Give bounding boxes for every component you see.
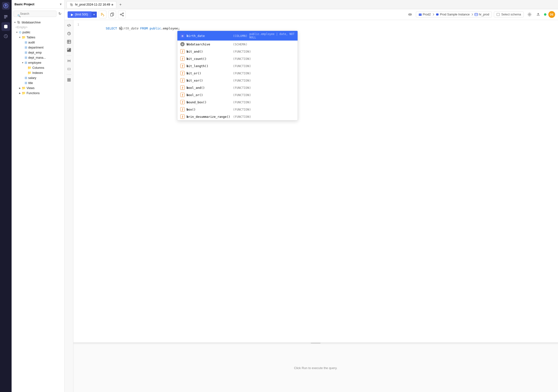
svg-rect-8 [101, 15, 102, 16]
tree-label-dept-emp: dept_emp [28, 51, 62, 54]
left-panel-divider-2 [67, 74, 71, 75]
editor-container: 1 SELECT birth_date FROM public.employee… [65, 20, 558, 392]
left-panel-cursor-icon[interactable] [66, 77, 72, 83]
nav-history[interactable] [1, 32, 10, 41]
left-panel-code-icon[interactable] [66, 22, 72, 29]
tree-item-public[interactable]: ⊙ public [12, 30, 64, 35]
run-button-main[interactable]: ▶ (limit 500) [68, 11, 91, 18]
refresh-icon[interactable]: ↻ [57, 11, 62, 17]
ac-item-bit-length[interactable]: ƒ bit_length() (FUNCTION) [177, 62, 297, 70]
user-avatar[interactable]: DE [548, 11, 555, 18]
svg-rect-22 [497, 13, 500, 16]
format-sql-button[interactable] [99, 11, 106, 18]
tree-label-tables: Tables [26, 36, 62, 39]
search-icon: 🔍 [17, 14, 21, 17]
run-button-dropdown[interactable]: ▾ [91, 12, 97, 18]
svg-rect-26 [67, 40, 71, 44]
tree-item-tables[interactable]: 📁 Tables [12, 35, 64, 40]
tree-label-dept-mana: dept_mana... [28, 56, 62, 59]
svg-point-17 [410, 14, 411, 15]
settings-button[interactable] [526, 11, 533, 18]
nav-database[interactable] [1, 22, 10, 31]
ac-item-bool-and[interactable]: ƒ bool_and() (FUNCTION) [177, 84, 297, 91]
svg-rect-18 [419, 14, 422, 16]
arrow-dept-mana [21, 56, 24, 59]
tree-item-salary[interactable]: ⊞ salary [12, 75, 64, 80]
tree-label-public: public [22, 31, 62, 34]
ac-type-bit-length: (FUNCTION) [233, 64, 251, 68]
new-tab-button[interactable]: + [117, 1, 123, 8]
project-selector[interactable]: Basic Project ▾ [15, 2, 61, 6]
ac-icon-func-bit-xor: ƒ [180, 78, 185, 83]
run-button-group[interactable]: ▶ (limit 500) ▾ [68, 11, 97, 18]
tree-item-functions[interactable]: 📁 Functions [12, 90, 64, 96]
left-panel-paren-icon[interactable] [66, 66, 72, 72]
app-logo[interactable] [2, 2, 10, 10]
icon-bar [0, 0, 12, 392]
ac-item-bool-or[interactable]: ƒ bool_or() (FUNCTION) [177, 91, 297, 98]
copy-button[interactable] [108, 11, 116, 18]
ac-item-bbdataarchive[interactable]: ⊙ bbdataarchive (SCHEMA) [177, 41, 297, 48]
empty-label: <Empty> [16, 26, 62, 29]
space [148, 26, 150, 30]
arrow-functions [18, 92, 21, 95]
ac-detail-birth-date: public.employee | date, NOT NULL [249, 32, 295, 39]
left-panel-func-icon[interactable] [66, 57, 72, 64]
ac-item-brin[interactable]: ƒ brin_desummarize_range() (FUNCTION) [177, 113, 297, 120]
sql-editor[interactable]: 1 SELECT birth_date FROM public.employee… [73, 20, 558, 342]
arrow-tables [18, 36, 21, 39]
connection-button[interactable] [406, 11, 414, 18]
project-name: Basic Project [15, 2, 34, 6]
tree-label-salary: salary [28, 76, 62, 80]
line-number-1: 1 [73, 23, 83, 26]
svg-point-11 [122, 13, 123, 14]
tree-item-indexes[interactable]: 📁 Indexes [12, 70, 64, 75]
keyword-from: FROM [140, 26, 148, 30]
ac-name-brin: brin_desummarize_range() [187, 115, 230, 119]
tree-item-columns[interactable]: 📁 Columns [12, 65, 64, 70]
left-panel-table-icon[interactable] [66, 38, 72, 45]
share-button[interactable] [118, 11, 126, 18]
ac-icon-col: ▤ [180, 34, 185, 38]
ac-item-bit-xor[interactable]: ƒ bit_xor() (FUNCTION) [177, 77, 297, 84]
svg-rect-6 [101, 13, 103, 14]
tab-db-icon: 🐘 [70, 3, 74, 7]
arrow-employee [21, 61, 24, 64]
svg-point-16 [409, 14, 410, 15]
sidebar: Basic Project ▾ 🔍 ↻ 🐘 bbdataarchive <Emp… [12, 0, 65, 392]
tree-item-department[interactable]: ⊞ department [12, 45, 64, 50]
ac-type-birth-date: (COLUMN) [233, 34, 247, 38]
ac-icon-func-bit-and: ƒ [180, 49, 185, 53]
tree-item-employee[interactable]: ⊞ employee [12, 60, 64, 65]
ac-item-box[interactable]: ƒ box() (FUNCTION) [177, 106, 297, 113]
tree-item-bbdataarchive[interactable]: 🐘 bbdataarchive [12, 20, 64, 25]
table-icon-salary: ⊞ [25, 76, 27, 80]
tree-item-title[interactable]: ⊞ title [12, 80, 64, 86]
user-initials: DE [550, 13, 553, 16]
ac-item-bit-and[interactable]: ƒ bit_and() (FUNCTION) [177, 48, 297, 55]
tree-item-dept-emp[interactable]: ⊞ dept_emp [12, 50, 64, 55]
svg-rect-3 [4, 18, 6, 18]
ac-item-bit-or[interactable]: ƒ bit_or() (FUNCTION) [177, 70, 297, 77]
ac-item-bit-count[interactable]: ƒ bit_count() (FUNCTION) [177, 55, 297, 62]
tree-item-audit[interactable]: ⊞ audit [12, 40, 64, 45]
keyword-select: SELECT [106, 26, 119, 30]
tree-item-views[interactable]: 📁 Views [12, 86, 64, 90]
ac-item-birth-date[interactable]: ▤ birth_date (COLUMN) public.employee | … [177, 31, 297, 41]
tab-hr-prod[interactable]: 🐘 hr_prod 2024-11-22 16:49 [67, 1, 116, 8]
ac-type-bbdataarchive: (SCHEMA) [233, 43, 247, 46]
ac-name-birth-date: birth_date [187, 34, 230, 38]
left-panel-divider-1 [67, 55, 71, 55]
editor-area: 1 SELECT birth_date FROM public.employee… [73, 20, 558, 392]
tree-label-title: title [28, 81, 62, 85]
tree-item-dept-mana[interactable]: ⊞ dept_mana... [12, 55, 64, 60]
upload-icon[interactable] [536, 12, 540, 17]
folder-icon-views: 📁 [22, 86, 26, 90]
left-panel-history-icon[interactable] [66, 30, 72, 37]
ac-item-bound-box[interactable]: ƒ bound_box() (FUNCTION) [177, 98, 297, 106]
schema-selector[interactable]: Select schema [494, 12, 524, 17]
nav-saved-queries[interactable] [1, 13, 10, 21]
result-area: Click Run to execute the query. [73, 344, 558, 392]
run-label: (limit 500) [75, 13, 88, 16]
left-panel-chart-icon[interactable] [66, 47, 72, 53]
